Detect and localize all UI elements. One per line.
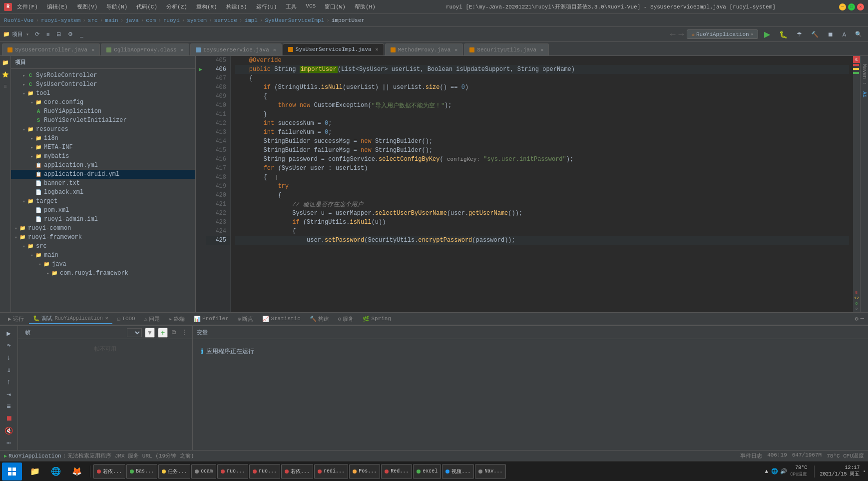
tab-method-proxy[interactable]: MethodProxy.java ✕: [385, 43, 463, 55]
navigate-forward-button[interactable]: →: [679, 29, 684, 39]
bottom-tab-build[interactable]: 🔨 构建: [306, 314, 333, 324]
bottom-tab-run[interactable]: ▶ 运行: [4, 314, 28, 324]
taskbar-firefox[interactable]: 🦊: [67, 463, 87, 481]
tree-tool[interactable]: ▾ 📁 tool: [11, 89, 195, 98]
project-dropdown-icon[interactable]: ▾: [26, 31, 29, 37]
structure-button[interactable]: ≡: [1, 82, 10, 91]
breadcrumb-java[interactable]: java: [125, 17, 138, 23]
bottom-tab-service[interactable]: ⚙ 服务: [334, 314, 358, 324]
taskbar-ocam[interactable]: ocam: [191, 464, 216, 479]
tree-application-yml[interactable]: 📋 application.yml: [11, 161, 195, 170]
menu-file[interactable]: 文件(F): [15, 2, 40, 11]
menu-code[interactable]: 代码(C): [134, 2, 159, 11]
tree-com-ruoyi-framework[interactable]: ▸ 📁 com.ruoyi.framework: [11, 269, 195, 278]
run-marker-icon[interactable]: ▶: [199, 66, 202, 72]
tab-close-impl[interactable]: ✕: [376, 46, 379, 52]
breadcrumb-impl-class[interactable]: SysUserServiceImpl: [265, 17, 324, 23]
menu-nav[interactable]: 导航(N): [104, 2, 129, 11]
tree-ruoyi-common[interactable]: ▾ 📁 ruoyi-common: [11, 224, 195, 233]
tree-logback-xml[interactable]: 📄 logback.xml: [11, 188, 195, 197]
breadcrumb-ruoyi-vue[interactable]: RuoYi-Vue: [4, 17, 33, 23]
frames-tab[interactable]: 帧: [22, 328, 33, 337]
breadcrumb-impl[interactable]: impl: [244, 17, 257, 23]
minimize-panel-button[interactable]: _: [77, 30, 86, 38]
tree-ruoyi-framework[interactable]: ▾ 📁 ruoyi-framework: [11, 233, 195, 242]
taskbar-redis[interactable]: redi...: [314, 464, 348, 479]
add-frame-button[interactable]: +: [158, 328, 168, 338]
tree-ruoyi-application[interactable]: A RuoYiApplication: [11, 107, 195, 116]
tree-core-config[interactable]: ▾ 📁 core.config: [11, 98, 195, 107]
taskbar-nav[interactable]: Nav...: [475, 464, 506, 479]
taskbar-edge[interactable]: 🌐: [46, 463, 66, 481]
breadcrumb-import-user[interactable]: importUser: [332, 17, 365, 23]
app-name-status[interactable]: RuoYiApplication: [8, 453, 61, 459]
taskbar-explorer[interactable]: 📁: [25, 463, 45, 481]
tree-banner-txt[interactable]: 📄 banner.txt: [11, 179, 195, 188]
taskbar-clock[interactable]: 12:17 2021/1/15 周五: [820, 465, 860, 478]
tree-application-druid-yml[interactable]: 📋 application-druid.yml: [11, 170, 195, 179]
tab-cglib-proxy[interactable]: CglibAopProxy.class ✕: [101, 43, 189, 55]
tree-i18n[interactable]: ▸ 📁 i18n: [11, 134, 195, 143]
debug-button[interactable]: 🐛: [776, 29, 791, 39]
bottom-tab-statistic[interactable]: 📈 Statistic: [258, 315, 304, 323]
menu-view[interactable]: 视图(V): [75, 2, 100, 11]
start-button[interactable]: [2, 463, 22, 481]
resume-button[interactable]: ▶: [3, 328, 15, 338]
translate-button[interactable]: A: [840, 30, 849, 38]
mute-breakpoints-button[interactable]: 🔇: [3, 426, 15, 436]
sync-button[interactable]: ⟳: [32, 30, 42, 38]
menu-refactor[interactable]: 重构(R): [194, 2, 219, 11]
thread-dropdown[interactable]: [127, 328, 142, 337]
taskbar-pos[interactable]: Pos...: [349, 464, 380, 479]
taskbar-ruoyi4[interactable]: 若依...: [281, 464, 313, 479]
bottom-tab-spring[interactable]: 🌿 Spring: [359, 315, 395, 323]
breadcrumb-system2[interactable]: system: [187, 17, 207, 23]
breadcrumb-main[interactable]: main: [105, 17, 118, 23]
tab-close-proxy[interactable]: ✕: [181, 47, 184, 53]
search-everywhere-button[interactable]: 🔍: [852, 30, 865, 38]
breadcrumb-service[interactable]: service: [214, 17, 237, 23]
tree-resources[interactable]: ▾ 📁 resources: [11, 125, 195, 134]
taskbar-tasks[interactable]: 任务...: [158, 464, 190, 479]
minimize-debug-button[interactable]: —: [861, 315, 864, 322]
breadcrumb-src[interactable]: src: [88, 17, 98, 23]
tree-java[interactable]: ▾ 📁 java: [11, 260, 195, 269]
more-frames-button[interactable]: ⋮: [180, 328, 188, 337]
breadcrumb-ruoyi[interactable]: ruoyi: [163, 17, 180, 23]
tree-ruoyi-servlet[interactable]: S RuoYiServletInitializer: [11, 116, 195, 125]
taskbar-ruoyi1[interactable]: 若依...: [93, 464, 125, 479]
filter-frames-button[interactable]: ▼: [145, 328, 155, 338]
minimize-button[interactable]: —: [839, 3, 846, 10]
tree-meta-inf[interactable]: ▸ 📁 META-INF: [11, 143, 195, 152]
taskbar-ruo2[interactable]: ruo...: [249, 464, 280, 479]
more-debug-button[interactable]: ⋯: [3, 438, 15, 448]
tab-close-controller[interactable]: ✕: [91, 47, 94, 53]
menu-edit[interactable]: 编辑(E): [45, 2, 70, 11]
collapse-all-button[interactable]: ⊟: [53, 30, 64, 38]
menu-build[interactable]: 构建(B): [224, 2, 249, 11]
ai-button[interactable]: Ai: [861, 89, 868, 99]
taskbar-ruo1[interactable]: ruo...: [217, 464, 248, 479]
breadcrumb-system[interactable]: ruoyi-system: [41, 17, 80, 23]
force-step-into-button[interactable]: ⇓: [3, 365, 15, 375]
evaluate-button[interactable]: ≡: [3, 401, 15, 411]
menu-tools[interactable]: 工具: [284, 2, 299, 11]
run-config-selector[interactable]: ☕ RuoYiApplication ▾: [687, 29, 758, 39]
expand-all-button[interactable]: ≡: [43, 30, 52, 38]
tree-pom-xml[interactable]: 📄 pom.xml: [11, 206, 195, 215]
taskbar-bas[interactable]: Bas...: [126, 464, 157, 479]
debug-tab-close-icon[interactable]: ✕: [105, 315, 108, 321]
bottom-tab-issues[interactable]: ⚠ 问题: [140, 314, 164, 324]
run-to-cursor-button[interactable]: ⇥: [3, 389, 15, 399]
event-log-button[interactable]: 事件日志: [740, 452, 762, 460]
settings-debug-button[interactable]: ⚙: [855, 315, 859, 323]
tree-sys-user-controller[interactable]: ▸ C SysUserController: [11, 80, 195, 89]
copy-frame-button[interactable]: ⧉: [171, 328, 177, 337]
close-button[interactable]: ✕: [857, 3, 864, 10]
bottom-tab-debug[interactable]: 🐛 调试 RuoYiApplication ✕: [29, 314, 112, 324]
project-panel-button[interactable]: 📁: [1, 58, 10, 67]
tree-src[interactable]: ▾ 📁 src: [11, 242, 195, 251]
menu-help[interactable]: 帮助(H): [353, 2, 378, 11]
breadcrumb-com[interactable]: com: [146, 17, 156, 23]
tab-security-utils[interactable]: SecurityUtils.java ✕: [464, 43, 549, 55]
